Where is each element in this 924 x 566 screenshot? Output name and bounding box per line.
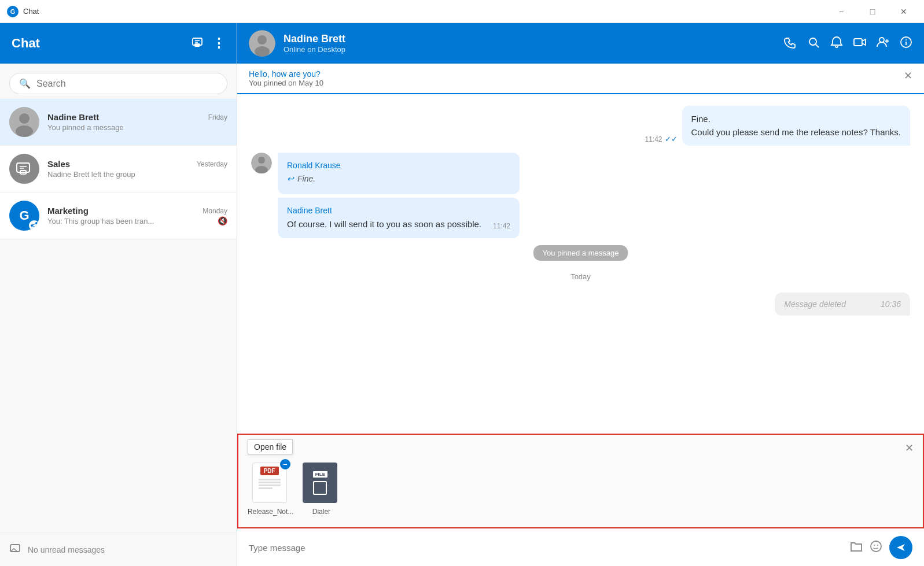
svg-point-34 xyxy=(871,541,881,552)
message-input-row xyxy=(237,528,924,566)
msg-time-incoming: 11:42 xyxy=(493,221,510,231)
chat-preview-sales: Nadine Brett left the group xyxy=(47,170,227,179)
search-input[interactable] xyxy=(36,79,218,89)
search-box: 🔍 xyxy=(9,73,227,94)
search-container: 🔍 xyxy=(0,64,237,99)
chat-time-nadine: Friday xyxy=(208,113,227,121)
svg-text:G: G xyxy=(10,8,16,15)
svg-point-30 xyxy=(905,39,907,40)
svg-point-8 xyxy=(16,125,33,137)
file-name-generic: Dialer xyxy=(312,508,330,516)
pinned-close-icon[interactable]: ✕ xyxy=(904,69,912,82)
msg-time-1: 11:42 xyxy=(645,135,662,143)
search-header-icon[interactable] xyxy=(807,36,820,51)
send-button[interactable] xyxy=(889,536,912,559)
file-icon-square xyxy=(313,481,327,495)
read-checkmark-1: ✓✓ xyxy=(665,135,678,143)
notification-icon[interactable] xyxy=(830,36,843,51)
deleted-text: Message deleted xyxy=(784,299,846,309)
chat-contact-name: Nadine Brett xyxy=(284,33,776,45)
chat-name-marketing: Marketing xyxy=(47,206,89,216)
remove-file-pdf-button[interactable]: − xyxy=(280,459,290,469)
chat-preview-marketing: You: This group has been tran... xyxy=(47,217,218,225)
sidebar: Chat ⋮ 🔍 xyxy=(0,23,237,566)
avatar-marketing: G xyxy=(9,201,39,231)
search-icon: 🔍 xyxy=(19,78,31,89)
attachment-area: Open file ✕ PDF xyxy=(237,434,924,528)
date-divider: Today xyxy=(251,272,910,281)
call-icon[interactable] xyxy=(784,36,797,51)
maximize-button[interactable]: □ xyxy=(859,3,886,20)
app-icon: G xyxy=(7,6,19,17)
chat-header-avatar xyxy=(249,30,275,57)
bubble-reply-1: ↩ Fine. xyxy=(287,173,510,185)
msg-incoming-1: Ronald Krause ↩ Fine. Nadine Brett Of co… xyxy=(251,153,910,238)
chat-contact-status: Online on Desktop xyxy=(284,45,776,54)
titlebar: G Chat − □ ✕ xyxy=(0,0,924,23)
sidebar-header-icons: ⋮ xyxy=(192,36,225,51)
no-messages-icon xyxy=(9,542,22,557)
system-bubble-1: You pinned a message xyxy=(533,245,628,261)
emoji-icon[interactable] xyxy=(870,540,882,556)
svg-point-22 xyxy=(809,38,816,45)
chat-header-icons xyxy=(784,36,912,51)
system-msg-1: You pinned a message xyxy=(251,245,910,261)
reply-icon: ↩ xyxy=(287,173,294,185)
avatar-sales xyxy=(9,154,39,184)
deleted-msg: Message deleted 10:36 xyxy=(251,293,910,316)
msg-bubble-incoming-2: Nadine Brett Of course. I will send it t… xyxy=(278,198,520,238)
svg-line-17 xyxy=(32,225,36,228)
chat-area: Nadine Brett Online on Desktop xyxy=(237,23,924,566)
svg-point-20 xyxy=(257,35,267,45)
svg-point-7 xyxy=(19,113,30,124)
chat-item-sales[interactable]: Sales Yesterday Nadine Brett left the gr… xyxy=(0,146,237,193)
chat-info-sales: Sales Yesterday Nadine Brett left the gr… xyxy=(47,159,227,179)
file-icon-generic: FILE xyxy=(303,463,337,503)
svg-point-25 xyxy=(879,38,884,42)
file-icon-wrapper-generic: FILE xyxy=(303,463,340,504)
titlebar-title: Chat xyxy=(23,7,828,16)
video-icon[interactable] xyxy=(853,36,866,51)
msg-body-2: Of course. I will send it to you as soon… xyxy=(287,218,481,231)
footer-label: No unread messages xyxy=(28,545,105,554)
attachment-close-icon[interactable]: ✕ xyxy=(905,442,914,454)
svg-point-35 xyxy=(874,545,875,546)
message-input[interactable] xyxy=(249,543,843,553)
file-item-generic[interactable]: FILE Dialer xyxy=(303,463,340,516)
msg-bubble-incoming-1: Ronald Krause ↩ Fine. xyxy=(278,153,520,194)
msg-meta-1: 11:42 ✓✓ xyxy=(645,135,678,143)
titlebar-controls: − □ ✕ xyxy=(828,3,917,20)
bubble-sender-1: Ronald Krause xyxy=(287,160,510,172)
svg-rect-24 xyxy=(854,39,862,46)
svg-point-32 xyxy=(258,157,265,164)
chat-item-marketing[interactable]: G Marketing Monday You: This group has b… xyxy=(0,193,237,239)
close-button[interactable]: ✕ xyxy=(890,3,917,20)
chat-preview-nadine: You pinned a message xyxy=(47,123,227,132)
pdf-lines xyxy=(259,478,281,490)
chat-time-sales: Yesterday xyxy=(197,160,227,168)
chat-item-nadine[interactable]: Nadine Brett Friday You pinned a message xyxy=(0,99,237,146)
bubble-sender-2: Nadine Brett xyxy=(287,205,510,217)
pinned-title: Hello, how are you? xyxy=(249,69,323,79)
pdf-label: PDF xyxy=(260,467,279,475)
chat-info-nadine: Nadine Brett Friday You pinned a message xyxy=(47,112,227,132)
app-body: Chat ⋮ 🔍 xyxy=(0,23,924,566)
minimize-button[interactable]: − xyxy=(828,3,855,20)
file-item-pdf[interactable]: PDF − Release_Not... xyxy=(248,463,293,516)
file-icon-pdf: PDF xyxy=(252,463,287,503)
chat-header-info: Nadine Brett Online on Desktop xyxy=(284,33,776,54)
chat-info-marketing: Marketing Monday You: This group has bee… xyxy=(47,206,227,225)
pinned-bar: Hello, how are you? You pinned on May 10… xyxy=(237,64,924,94)
chat-name-sales: Sales xyxy=(47,159,70,169)
svg-line-16 xyxy=(32,223,36,225)
sidebar-footer: No unread messages xyxy=(0,532,237,566)
add-person-icon[interactable] xyxy=(877,36,889,51)
msg-outgoing-1: 11:42 ✓✓ Fine.Could you please send me t… xyxy=(251,106,910,146)
new-chat-icon[interactable] xyxy=(192,36,204,51)
chat-header: Nadine Brett Online on Desktop xyxy=(237,23,924,64)
more-options-icon[interactable]: ⋮ xyxy=(212,36,225,51)
info-icon[interactable] xyxy=(900,36,912,51)
mute-icon: 🔇 xyxy=(218,216,227,225)
pinned-subtitle: You pinned on May 10 xyxy=(249,79,323,87)
folder-icon[interactable] xyxy=(850,540,863,556)
